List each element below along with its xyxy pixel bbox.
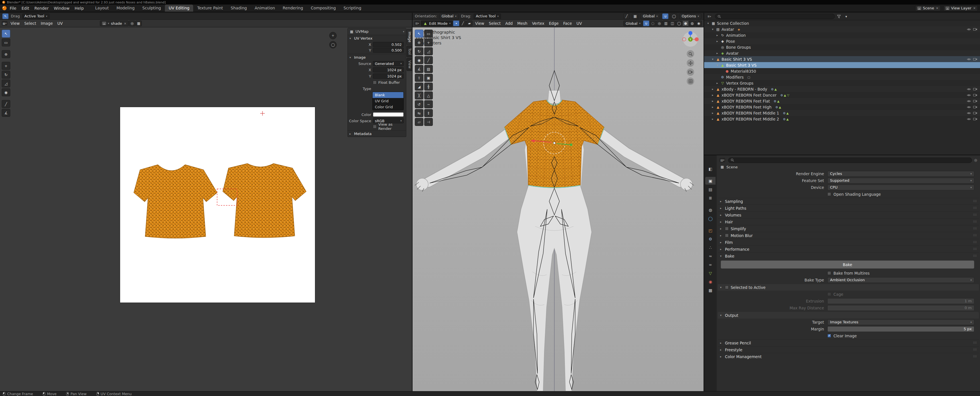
outliner-row-xbody-reborn-feet-dancer[interactable]: ▸ xBODY REBORN Feet Dancer xyxy=(704,92,980,98)
camera-view-button[interactable] xyxy=(687,68,694,76)
tool-tweak-icon[interactable]: ↖ xyxy=(2,30,10,38)
workspace-tab-modeling[interactable]: Modeling xyxy=(113,5,138,12)
outliner-search-input[interactable] xyxy=(715,14,835,19)
filter-icon[interactable] xyxy=(837,15,841,18)
camera-icon[interactable] xyxy=(973,94,977,97)
tool-add-cube-icon[interactable]: ▧ xyxy=(424,65,433,73)
panel-section-sampling[interactable]: ▸ Sampling ⠿⠿ xyxy=(718,198,979,204)
editor-type-icon[interactable]: ⊞▾ xyxy=(414,21,420,25)
zoom-button[interactable] xyxy=(687,50,694,57)
shading-material-icon[interactable]: ◍ xyxy=(689,21,695,26)
render-engine-dropdown[interactable]: Cycles▾ xyxy=(827,171,974,177)
metadata-panel-header[interactable]: ▸Metadata xyxy=(348,130,406,137)
panel-section-performance[interactable]: ▸ Performance ⠿⠿ xyxy=(718,246,979,252)
grid-settings-icon[interactable]: ▦ xyxy=(632,13,638,19)
outliner-row-vertex-groups[interactable]: ▸ Vertex Groups xyxy=(704,80,980,86)
tool-measure-icon[interactable]: ∡ xyxy=(2,109,10,117)
panel-section-light-paths[interactable]: ▸ Light Paths ⠿⠿ xyxy=(718,204,979,211)
show-gizmo-icon[interactable]: ◎ xyxy=(656,21,662,26)
eye-icon[interactable] xyxy=(967,28,971,31)
type-option-color-grid[interactable]: Color Grid xyxy=(372,104,403,110)
outliner-row-basic-shirt-3-vs[interactable]: ▾ Basic Shirt 3 VS xyxy=(704,56,980,62)
tool-tweak-icon[interactable]: ↖ xyxy=(415,30,423,38)
properties-tab-output[interactable]: ▤ xyxy=(705,185,716,193)
transform-orientation-dropdown[interactable]: Global▾ xyxy=(624,21,643,26)
expand-arrow-icon[interactable]: ▸ xyxy=(711,93,714,97)
viewport-menu-view[interactable]: View xyxy=(473,20,487,27)
properties-tab-object[interactable]: ◰ xyxy=(705,227,716,234)
blender-menu-icon[interactable] xyxy=(2,6,6,10)
outliner-row-scene-collection[interactable]: ▾ Scene Collection xyxy=(704,20,980,26)
sidebar-tab-tool[interactable]: Tool xyxy=(407,46,412,57)
options-dropdown[interactable]: Options▾ xyxy=(679,13,701,19)
float-buffer-checkbox[interactable] xyxy=(373,81,377,84)
viewport-canvas[interactable]: ↖▭⊕+↻◿◉╱∡▧⇧▣◢╫╳△↺∼⇆↕▱⊣ Front Orthographi… xyxy=(412,27,703,391)
properties-tab-constraints[interactable]: ∞ xyxy=(705,261,716,268)
tool-inset-icon[interactable]: ▣ xyxy=(424,74,433,82)
tool-measure-icon[interactable]: ∡ xyxy=(415,65,423,73)
selected-to-active-checkbox[interactable] xyxy=(725,285,729,289)
uv-y-field[interactable]: 0.500 xyxy=(373,48,404,53)
topbar-menu-help[interactable]: Help xyxy=(72,5,86,11)
workspace-tab-compositing[interactable]: Compositing xyxy=(307,5,339,12)
workspace-tab-rendering[interactable]: Rendering xyxy=(279,5,307,12)
outliner-row-modifiers[interactable]: Modifiers xyxy=(704,74,980,80)
pivot-dropdown[interactable]: Global▾ xyxy=(641,13,660,19)
proportional-editing-icon[interactable]: ◌ xyxy=(650,21,656,26)
expand-arrow-icon[interactable]: ▸ xyxy=(711,111,714,114)
image-datablock-selector[interactable]: ▾ shade × xyxy=(100,21,129,26)
properties-tab-world[interactable]: ◯ xyxy=(705,214,716,222)
panel-section-color-management[interactable]: ▸ Color Management ⠿⠿ xyxy=(718,353,979,360)
camera-icon[interactable] xyxy=(973,28,977,31)
sidebar-tab-image[interactable]: Image xyxy=(407,29,412,45)
expand-arrow-icon[interactable]: ▸ xyxy=(711,100,714,103)
uv-canvas[interactable]: ↖▭⊕+↻◿◉╱∡ + ◯ xyxy=(0,27,412,391)
move-view-button[interactable] xyxy=(687,59,694,67)
tool-move-icon[interactable]: + xyxy=(2,62,10,70)
tool-bevel-icon[interactable]: ◢ xyxy=(415,82,423,90)
expand-arrow-icon[interactable]: ▸ xyxy=(716,40,719,43)
uvmap-selector[interactable]: UVMap ▾ xyxy=(348,28,406,35)
expand-arrow-icon[interactable]: ▸ xyxy=(716,33,719,37)
scene-unlink-icon[interactable]: × xyxy=(936,6,939,10)
topbar-menu-edit[interactable]: Edit xyxy=(19,5,32,11)
bake-from-multires-checkbox[interactable] xyxy=(827,271,831,275)
margin-field[interactable]: 5 px xyxy=(827,326,974,332)
camera-icon[interactable] xyxy=(973,100,977,103)
camera-icon[interactable] xyxy=(973,106,977,109)
tool-smooth-icon[interactable]: ∼ xyxy=(424,100,433,108)
properties-tab-view-layer[interactable]: ≣ xyxy=(705,194,716,202)
properties-tab-render[interactable]: ▣ xyxy=(705,177,716,185)
expand-arrow-icon[interactable]: ▸ xyxy=(711,105,714,109)
workspace-tab-sculpting[interactable]: Sculpting xyxy=(138,5,165,12)
eye-icon[interactable] xyxy=(967,94,971,97)
snap-magnet-icon[interactable]: ∪ xyxy=(662,13,668,19)
source-dropdown[interactable]: Generated▾ xyxy=(373,61,404,66)
type-option-blank[interactable]: Blank xyxy=(372,92,403,98)
tool-spin-icon[interactable]: ↺ xyxy=(415,100,423,108)
properties-tab-physics[interactable]: ≈ xyxy=(705,252,716,260)
eye-icon[interactable] xyxy=(967,106,971,109)
selected-to-active-header[interactable]: ▾ Selected to Active xyxy=(718,284,979,291)
orientation-dropdown[interactable]: Global▾ xyxy=(439,13,459,19)
perspective-toggle-button[interactable] xyxy=(687,78,694,85)
osl-checkbox[interactable] xyxy=(827,192,831,196)
outliner-row-xbody-reborn-body[interactable]: ▸ xBody - REBORN - Body xyxy=(704,86,980,92)
expand-arrow-icon[interactable]: ▸ xyxy=(711,87,714,90)
tool-annotate-icon[interactable]: ╱ xyxy=(424,56,433,64)
viewport-menu-add[interactable]: Add xyxy=(503,20,515,27)
tool-knife-icon[interactable]: ╳ xyxy=(415,92,423,100)
tool-transform-icon[interactable]: ◉ xyxy=(415,56,423,64)
tool-rip-region-icon[interactable]: ⊣ xyxy=(424,118,433,126)
expand-arrow-icon[interactable]: ▸ xyxy=(716,52,719,55)
tool-rotate-icon[interactable]: ↻ xyxy=(415,47,423,55)
topbar-menu-file[interactable]: File xyxy=(7,5,19,11)
uv-menu-select[interactable]: Select xyxy=(22,20,38,27)
outliner-row-pose[interactable]: ▸ Pose xyxy=(704,38,980,44)
editor-type-icon[interactable]: ▤▾ xyxy=(719,158,725,162)
eye-icon[interactable] xyxy=(967,100,971,103)
uv-menu-view[interactable]: View xyxy=(8,20,22,27)
viewport-menu-uv[interactable]: UV xyxy=(574,20,584,27)
image-unlink-icon[interactable]: × xyxy=(124,22,126,25)
image-x-field[interactable]: 1024 px xyxy=(373,67,404,72)
